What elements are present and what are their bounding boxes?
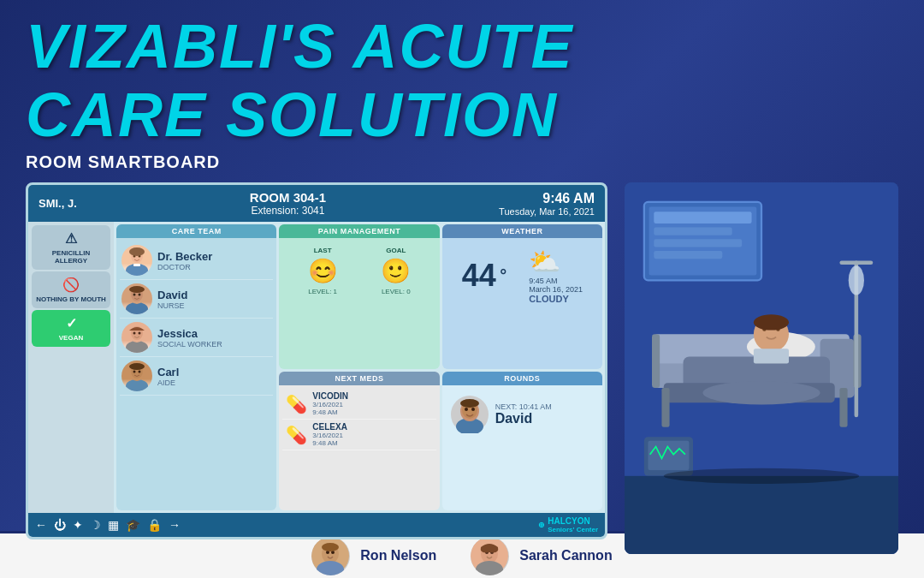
staff-social-worker: Jessica SOCIAL WORKER (120, 319, 273, 357)
goal-smiley: 🙂 (381, 257, 411, 285)
brightness-icon[interactable]: ✦ (73, 518, 83, 532)
logo-name: HALCYON (548, 516, 598, 526)
vegan-label: VEGAN (59, 334, 83, 342)
patient-name: SMI., J. (38, 197, 77, 210)
doctor-info: Dr. Becker DOCTOR (157, 250, 212, 271)
social-worker-info: Jessica SOCIAL WORKER (157, 327, 222, 349)
svg-point-12 (129, 286, 145, 293)
top-section: VIZABLI'S ACUTE CARE SOLUTION ROOM SMART… (0, 0, 924, 531)
svg-rect-48 (754, 349, 789, 363)
svg-rect-35 (654, 239, 742, 247)
toolbar-icons: ← ⏻ ✦ ☽ ▦ 🎓 🔒 → (35, 518, 181, 532)
last-label: LAST (308, 247, 338, 254)
rounds-next-label: NEXT: 10:41 AM (495, 402, 552, 411)
pain-last: LAST 😊 LEVEL: 1 (308, 247, 338, 295)
weather-time: 9:45 AM (529, 277, 583, 285)
weather-display: 44 ° ⛅ 9:45 AM March 16, 2021 CLOUDY (446, 241, 599, 309)
weather-right: ⛅ 9:45 AM March 16, 2021 CLOUDY (529, 247, 583, 304)
pain-content: LAST 😊 LEVEL: 1 GOAL 🙂 LEVEL: 0 (279, 238, 439, 304)
aide-avatar (121, 361, 152, 391)
svg-point-55 (849, 265, 864, 295)
med-2-time: 9:48 AM (312, 439, 347, 447)
svg-point-59 (664, 468, 860, 484)
svg-rect-6 (133, 264, 140, 266)
smartboard-main: CARE TEAM (114, 222, 605, 513)
doctor-role: DOCTOR (157, 263, 212, 271)
meds-header: NEXT MEDS (279, 372, 439, 385)
back-icon[interactable]: ← (35, 518, 47, 532)
svg-point-11 (139, 294, 141, 296)
current-time: 9:46 AM (499, 191, 595, 206)
allergy-label: PENICILLIN ALLERGY (35, 249, 107, 265)
social-worker-name: Jessica (157, 327, 222, 340)
med-1-time: 9:48 AM (312, 408, 348, 416)
pain-management-panel: PAIN MANAGEMENT LAST 😊 LEVEL: 1 GOAL (279, 224, 439, 369)
smartboard-header: SMI., J. ROOM 304-1 Extension: 3041 9:46… (28, 185, 605, 222)
weather-header: WEATHER (442, 224, 602, 238)
alerts-sidebar: ⚠ PENICILLIN ALLERGY 🚫 NOTHING BY MOUTH … (28, 222, 114, 513)
current-date: Tuesday, Mar 16, 2021 (499, 206, 595, 217)
svg-point-22 (139, 371, 141, 373)
rounds-content: NEXT: 10:41 AM David (442, 385, 602, 444)
med-celexa: 💊 CELEXA 3/16/2021 9:48 AM (282, 420, 435, 450)
svg-point-47 (754, 314, 789, 330)
npo-icon: 🚫 (62, 277, 80, 293)
pill-icon-2: 💊 (286, 425, 307, 445)
pain-scores: LAST 😊 LEVEL: 1 GOAL 🙂 LEVEL: 0 (282, 241, 435, 301)
social-worker-role: SOCIAL WORKER (157, 340, 222, 349)
staff-doctor: Dr. Becker DOCTOR (120, 241, 273, 280)
med-2-info: CELEXA 3/16/2021 9:48 AM (312, 422, 347, 447)
night-mode-icon[interactable]: ☽ (90, 518, 101, 532)
forward-icon[interactable]: → (169, 518, 181, 532)
last-smiley: 😊 (308, 257, 338, 285)
aide-role: AIDE (157, 378, 179, 387)
nurse-name: David (157, 289, 187, 301)
weather-condition: CLOUDY (529, 294, 583, 304)
svg-rect-33 (654, 212, 751, 223)
med-2-date: 3/16/2021 (312, 432, 347, 439)
main-title: VIZABLI'S ACUTE CARE SOLUTION (26, 15, 898, 146)
room-illustration (625, 182, 898, 554)
degree-symbol: ° (500, 265, 506, 283)
social-worker-avatar (121, 322, 152, 353)
vegan-icon: ✓ (66, 315, 77, 331)
care-team-header: CARE TEAM (116, 224, 276, 238)
svg-rect-58 (625, 476, 898, 554)
alert-vegan: ✓ VEGAN (32, 310, 110, 347)
svg-point-23 (129, 363, 145, 370)
subtitle: ROOM SMARTBOARD (26, 152, 898, 172)
lock-icon[interactable]: 🔒 (147, 518, 162, 532)
power-icon[interactable]: ⏻ (54, 518, 66, 532)
svg-rect-54 (839, 260, 873, 265)
time-display: 9:46 AM Tuesday, Mar 16, 2021 (499, 191, 595, 217)
svg-point-10 (133, 294, 136, 296)
nurse-role: NURSE (157, 301, 187, 310)
room-info: ROOM 304-1 Extension: 3041 (250, 190, 326, 217)
last-level: LEVEL: 1 (308, 288, 338, 295)
meds-content: 💊 VICODIN 3/16/2021 9:48 AM 💊 (279, 385, 439, 454)
smartboard-body: ⚠ PENICILLIN ALLERGY 🚫 NOTHING BY MOUTH … (28, 222, 605, 513)
svg-rect-52 (839, 388, 847, 427)
room-number: ROOM 304-1 (250, 190, 326, 205)
gallery-icon[interactable]: ▦ (108, 518, 119, 532)
smartboard: SMI., J. ROOM 304-1 Extension: 3041 9:46… (26, 182, 607, 539)
temperature: 44 (462, 258, 496, 293)
education-icon[interactable]: 🎓 (126, 518, 140, 532)
logo-icon: ⊕ (538, 521, 545, 529)
care-team-content: Dr. Becker DOCTOR (116, 238, 276, 399)
svg-point-28 (471, 408, 475, 411)
svg-point-5 (129, 247, 145, 256)
goal-level: LEVEL: 0 (381, 288, 411, 295)
med-2-name: CELEXA (312, 422, 347, 432)
doctor-avatar (121, 245, 152, 276)
care-team-panel: CARE TEAM (116, 224, 276, 510)
svg-point-16 (133, 332, 136, 335)
cloud-icon: ⛅ (529, 247, 583, 277)
svg-point-17 (139, 332, 141, 335)
weather-panel: WEATHER 44 ° ⛅ 9:45 AM March 16 (442, 224, 602, 369)
aide-info: Carl AIDE (157, 366, 179, 387)
logo-tagline: Seniors' Center (548, 526, 598, 533)
svg-point-29 (460, 399, 479, 408)
next-meds-panel: NEXT MEDS 💊 VICODIN 3/16/2021 9:48 AM (279, 372, 439, 510)
extension: Extension: 3041 (250, 205, 326, 217)
